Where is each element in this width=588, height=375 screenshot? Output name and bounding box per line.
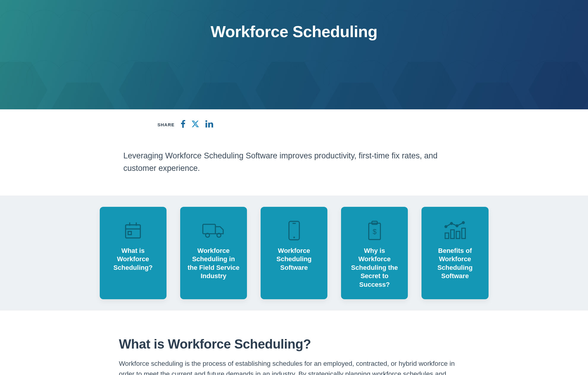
clipboard-dollar-icon: $: [367, 216, 383, 245]
share-linkedin-link[interactable]: [205, 120, 213, 129]
nav-card-title: What is Workforce Scheduling?: [107, 247, 159, 272]
nav-card-title: Workforce Scheduling in the Field Servic…: [187, 247, 240, 281]
svg-rect-17: [462, 228, 465, 239]
calendar-icon: [123, 216, 143, 245]
svg-point-19: [451, 222, 453, 224]
article-body: Workforce scheduling is the process of e…: [119, 359, 469, 375]
nav-card-benefits[interactable]: Benefits of Workforce Scheduling Softwar…: [421, 207, 488, 299]
svg-rect-14: [445, 233, 449, 239]
svg-rect-4: [128, 231, 131, 234]
hexagon-pattern: [0, 44, 588, 109]
nav-card-secret-success[interactable]: $ Why is Workforce Scheduling the Secret…: [341, 207, 408, 299]
share-icons-group: [181, 120, 213, 129]
svg-point-21: [462, 222, 465, 224]
article-heading: What is Workforce Scheduling?: [119, 337, 469, 352]
svg-text:$: $: [373, 228, 376, 235]
page-title: Workforce Scheduling: [210, 22, 377, 41]
svg-point-18: [445, 226, 447, 228]
svg-point-20: [456, 225, 458, 227]
phone-icon: [288, 216, 301, 245]
nav-card-what-is[interactable]: What is Workforce Scheduling?: [100, 207, 167, 299]
nav-cards-wrap: What is Workforce Scheduling? Workforce …: [49, 207, 539, 299]
nav-cards-section: What is Workforce Scheduling? Workforce …: [0, 196, 588, 311]
nav-card-title: Why is Workforce Scheduling the Secret t…: [348, 247, 401, 289]
x-icon: [192, 121, 199, 128]
intro-text: Leveraging Workforce Scheduling Software…: [123, 150, 465, 175]
share-label: SHARE: [158, 122, 175, 127]
hero-banner: Workforce Scheduling: [0, 0, 588, 109]
intro-section: Leveraging Workforce Scheduling Software…: [123, 129, 465, 196]
svg-rect-15: [451, 230, 454, 238]
facebook-icon: [181, 120, 185, 129]
share-facebook-link[interactable]: [181, 120, 185, 129]
nav-card-field-service[interactable]: Workforce Scheduling in the Field Servic…: [180, 207, 247, 299]
chart-icon: [443, 216, 467, 245]
truck-icon: [202, 216, 225, 245]
svg-point-10: [293, 237, 295, 238]
share-x-link[interactable]: [192, 121, 199, 128]
nav-card-title: Benefits of Workforce Scheduling Softwar…: [429, 247, 481, 281]
nav-card-title: Workforce Scheduling Software: [268, 247, 320, 272]
svg-rect-5: [203, 224, 215, 234]
article-section: What is Workforce Scheduling? Workforce …: [119, 311, 469, 375]
linkedin-icon: [205, 120, 213, 129]
svg-rect-16: [456, 231, 460, 238]
share-row: SHARE: [123, 109, 465, 129]
nav-card-software[interactable]: Workforce Scheduling Software: [261, 207, 327, 299]
